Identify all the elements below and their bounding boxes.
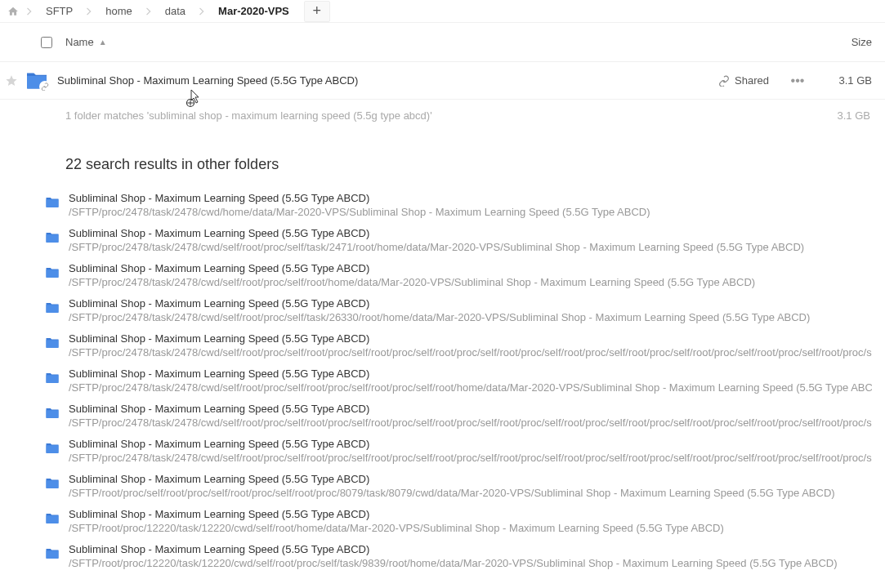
search-result-name: Subliminal Shop - Maximum Learning Speed… (69, 472, 872, 486)
folder-icon (39, 402, 65, 420)
search-result-content: Subliminal Shop - Maximum Learning Speed… (65, 296, 872, 325)
search-result-name: Subliminal Shop - Maximum Learning Speed… (69, 507, 872, 521)
name-column-header[interactable]: Name ▲ (65, 36, 823, 48)
search-result-content: Subliminal Shop - Maximum Learning Speed… (65, 367, 872, 395)
search-result-row[interactable]: Subliminal Shop - Maximum Learning Speed… (39, 399, 872, 434)
search-result-path: /SFTP/proc/2478/task/2478/cwd/self/root/… (69, 416, 872, 430)
chevron-right-icon (23, 1, 36, 22)
search-result-row[interactable]: Subliminal Shop - Maximum Learning Speed… (39, 188, 872, 223)
matched-file-size: 3.1 GB (831, 74, 872, 87)
folder-icon (39, 226, 65, 244)
search-result-row[interactable]: Subliminal Shop - Maximum Learning Speed… (39, 258, 872, 293)
search-result-content: Subliminal Shop - Maximum Learning Speed… (65, 542, 872, 571)
matched-file-row[interactable]: Subliminal Shop - Maximum Learning Speed… (0, 62, 885, 100)
more-options-button[interactable]: ••• (789, 72, 807, 90)
breadcrumb-item[interactable]: home (96, 1, 142, 22)
folder-icon (39, 437, 65, 455)
breadcrumb-item[interactable]: Mar-2020-VPS (208, 1, 299, 22)
chevron-right-icon (142, 1, 155, 22)
search-result-name: Subliminal Shop - Maximum Learning Speed… (69, 226, 872, 240)
home-icon[interactable] (3, 1, 23, 22)
search-result-content: Subliminal Shop - Maximum Learning Speed… (65, 332, 872, 360)
breadcrumb-item[interactable]: SFTP (36, 1, 83, 22)
search-result-row[interactable]: Subliminal Shop - Maximum Learning Speed… (39, 223, 872, 258)
shared-label: Shared (735, 74, 769, 87)
search-result-path: /SFTP/proc/2478/task/2478/cwd/self/root/… (69, 381, 872, 395)
search-result-content: Subliminal Shop - Maximum Learning Speed… (65, 226, 872, 255)
search-result-path: /SFTP/root/proc/self/root/proc/self/root… (69, 486, 872, 501)
search-result-path: /SFTP/proc/2478/task/2478/cwd/home/data/… (69, 205, 872, 220)
search-result-row[interactable]: Subliminal Shop - Maximum Learning Speed… (39, 504, 872, 539)
folder-icon (39, 542, 65, 560)
chevron-right-icon (195, 1, 208, 22)
breadcrumb-item[interactable]: data (155, 1, 195, 22)
search-result-row[interactable]: Subliminal Shop - Maximum Learning Speed… (39, 293, 872, 328)
folder-icon (39, 507, 65, 525)
search-result-name: Subliminal Shop - Maximum Learning Speed… (69, 542, 872, 556)
search-result-path: /SFTP/proc/2478/task/2478/cwd/self/root/… (69, 240, 872, 255)
folder-icon (39, 472, 65, 490)
search-result-content: Subliminal Shop - Maximum Learning Speed… (65, 437, 872, 466)
search-result-name: Subliminal Shop - Maximum Learning Speed… (69, 367, 872, 381)
search-result-row[interactable]: Subliminal Shop - Maximum Learning Speed… (39, 434, 872, 469)
folder-icon (39, 261, 65, 279)
folder-icon (39, 191, 65, 209)
folder-icon (39, 296, 65, 314)
search-result-name: Subliminal Shop - Maximum Learning Speed… (69, 332, 872, 345)
search-result-row[interactable]: Subliminal Shop - Maximum Learning Speed… (39, 469, 872, 504)
search-result-path: /SFTP/proc/2478/task/2478/cwd/self/root/… (69, 451, 872, 466)
size-column-header[interactable]: Size (823, 36, 872, 48)
match-summary-text: 1 folder matches 'subliminal shop - maxi… (65, 109, 432, 122)
search-result-name: Subliminal Shop - Maximum Learning Speed… (69, 261, 872, 275)
match-summary: 1 folder matches 'subliminal shop - maxi… (0, 100, 885, 131)
star-icon[interactable] (0, 74, 23, 87)
match-summary-size: 3.1 GB (838, 109, 870, 122)
search-result-name: Subliminal Shop - Maximum Learning Speed… (69, 437, 872, 451)
search-results-list: Subliminal Shop - Maximum Learning Speed… (0, 188, 885, 574)
search-result-path: /SFTP/root/proc/12220/task/12220/cwd/sel… (69, 556, 872, 571)
matched-file-name[interactable]: Subliminal Shop - Maximum Learning Speed… (51, 74, 718, 87)
search-result-content: Subliminal Shop - Maximum Learning Speed… (65, 472, 872, 501)
select-all-checkbox[interactable] (41, 37, 65, 48)
search-result-row[interactable]: Subliminal Shop - Maximum Learning Speed… (39, 539, 872, 574)
search-result-content: Subliminal Shop - Maximum Learning Speed… (65, 261, 872, 290)
search-result-path: /SFTP/proc/2478/task/2478/cwd/self/root/… (69, 345, 872, 360)
search-result-path: /SFTP/proc/2478/task/2478/cwd/self/root/… (69, 310, 872, 325)
table-header: Name ▲ Size (0, 23, 885, 62)
other-folders-heading: 22 search results in other folders (0, 131, 885, 188)
search-result-name: Subliminal Shop - Maximum Learning Speed… (69, 296, 872, 310)
folder-icon (23, 71, 51, 91)
search-result-row[interactable]: Subliminal Shop - Maximum Learning Speed… (39, 363, 872, 399)
folder-icon (39, 332, 65, 350)
search-result-name: Subliminal Shop - Maximum Learning Speed… (69, 402, 872, 416)
shared-badge[interactable]: Shared (718, 74, 789, 87)
link-icon (39, 81, 51, 92)
search-result-content: Subliminal Shop - Maximum Learning Speed… (65, 507, 872, 536)
search-result-content: Subliminal Shop - Maximum Learning Speed… (65, 191, 872, 220)
breadcrumb-bar: SFTPhomedataMar-2020-VPS + (0, 0, 885, 23)
search-result-path: /SFTP/proc/2478/task/2478/cwd/self/root/… (69, 275, 872, 290)
search-result-content: Subliminal Shop - Maximum Learning Speed… (65, 402, 872, 430)
chevron-right-icon (83, 1, 96, 22)
sort-ascending-icon: ▲ (99, 38, 107, 47)
name-header-label: Name (65, 36, 94, 48)
search-result-path: /SFTP/root/proc/12220/task/12220/cwd/sel… (69, 521, 872, 536)
add-breadcrumb-button[interactable]: + (304, 1, 330, 22)
folder-icon (39, 367, 65, 385)
search-result-name: Subliminal Shop - Maximum Learning Speed… (69, 191, 872, 205)
search-result-row[interactable]: Subliminal Shop - Maximum Learning Speed… (39, 328, 872, 363)
size-header-label: Size (851, 36, 872, 48)
